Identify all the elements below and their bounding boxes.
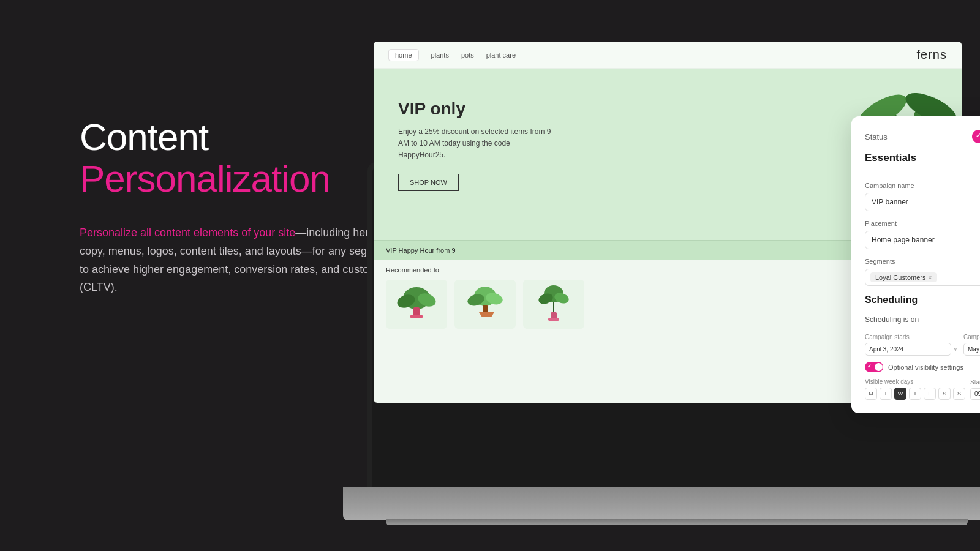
laptop-base-bottom: [386, 519, 968, 525]
description-highlight: Personalize all content elements of your…: [80, 227, 295, 239]
placement-label: Placement: [865, 220, 980, 227]
panel-section-title: Essentials: [865, 152, 980, 173]
store-nav: home plants pots plant care ferns: [374, 42, 962, 69]
status-label: Status: [865, 132, 888, 141]
nav-link-plants[interactable]: plants: [431, 51, 449, 59]
check-mark: ✓: [976, 132, 980, 139]
right-area: home plants pots plant care ferns VIP on…: [380, 0, 980, 551]
product-card-2: [454, 280, 516, 329]
product-card-3: [523, 280, 584, 329]
campaign-ends-label: Campaign ends: [963, 334, 980, 340]
product-plant-2: [464, 283, 507, 326]
svg-rect-22: [548, 318, 559, 321]
nav-link-home[interactable]: home: [388, 49, 419, 61]
visible-week-days-label: Visible week days: [865, 378, 965, 385]
store-logo: ferns: [917, 48, 947, 62]
product-card-1: [386, 280, 447, 329]
svg-rect-12: [410, 315, 423, 318]
product-plant-3: [532, 283, 575, 326]
campaign-ends-input-wrap: ∨ +: [963, 343, 980, 356]
scheduling-toggle-label: Scheduling is on: [865, 315, 919, 324]
segments-container: Loyal Customers ×: [865, 269, 980, 286]
optional-label: Optional visibility settings: [888, 364, 963, 371]
weekday-sun[interactable]: S: [953, 388, 965, 400]
campaign-starts-label: Campaign starts: [865, 334, 957, 340]
hero-text: Enjoy a 25% discount on selected items f…: [398, 126, 557, 162]
segment-tag-label: Loyal Customers: [875, 274, 926, 281]
campaign-starts-input[interactable]: [865, 343, 951, 356]
campaign-ends-input[interactable]: [963, 343, 980, 356]
weekday-group: M T W T F S S: [865, 388, 965, 400]
campaign-starts-chevron-icon[interactable]: ∨: [954, 347, 957, 352]
nav-link-plantcare[interactable]: plant care: [486, 51, 516, 59]
scheduling-section: Scheduling Scheduling is on ✓ On Campaig…: [865, 294, 980, 400]
placement-select-wrapper: Home page banner: [865, 231, 980, 258]
optional-check-mark: ✓: [867, 364, 872, 369]
campaign-starts-group: Campaign starts ∨: [865, 334, 957, 356]
start-time-input[interactable]: [970, 388, 980, 400]
optional-knob: [875, 363, 883, 371]
panel-status-row: Status ✓ Enabled: [865, 130, 980, 143]
placement-select[interactable]: Home page banner: [865, 231, 980, 249]
segments-label: Segments: [865, 258, 980, 265]
segment-tag: Loyal Customers ×: [870, 272, 937, 282]
optional-visibility-row: ✓ Optional visibility settings: [865, 362, 980, 372]
visible-week-days-group: Visible week days M T W T F S S: [865, 378, 965, 400]
weekday-tue[interactable]: T: [880, 388, 892, 400]
ui-panel: Status ✓ Enabled Essentials Campaign nam…: [851, 116, 980, 413]
svg-rect-16: [483, 305, 488, 313]
campaign-starts-input-wrap: ∨: [865, 343, 957, 356]
weekday-fri[interactable]: F: [924, 388, 936, 400]
product-plant-1: [395, 283, 438, 326]
weekdays-row: Visible week days M T W T F S S Start & …: [865, 378, 980, 400]
time-inputs: [970, 388, 980, 400]
campaign-name-input[interactable]: [865, 193, 980, 211]
shop-now-button[interactable]: SHOP NOW: [398, 174, 459, 191]
segment-tag-remove[interactable]: ×: [929, 274, 932, 281]
status-toggle[interactable]: ✓: [972, 130, 980, 143]
optional-toggle[interactable]: ✓: [865, 362, 883, 372]
laptop-base: [343, 487, 980, 520]
campaign-name-label: Campaign name: [865, 182, 980, 189]
time-group: Start & end time: [970, 379, 980, 400]
weekday-thu[interactable]: T: [909, 388, 921, 400]
weekday-mon[interactable]: M: [865, 388, 877, 400]
store-nav-links: home plants pots plant care: [388, 49, 516, 61]
toggle-enabled-container: ✓ Enabled: [972, 130, 980, 143]
weekday-sat[interactable]: S: [938, 388, 951, 400]
nav-link-pots[interactable]: pots: [461, 51, 474, 59]
start-end-time-label: Start & end time: [970, 379, 980, 386]
weekday-wed[interactable]: W: [894, 388, 907, 400]
campaign-ends-group: Campaign ends ∨ +: [963, 334, 980, 356]
dates-row: Campaign starts ∨ Campaign ends ∨ +: [865, 334, 980, 356]
scheduling-toggle-row: Scheduling is on ✓ On: [865, 313, 980, 326]
scheduling-title: Scheduling: [865, 294, 980, 305]
